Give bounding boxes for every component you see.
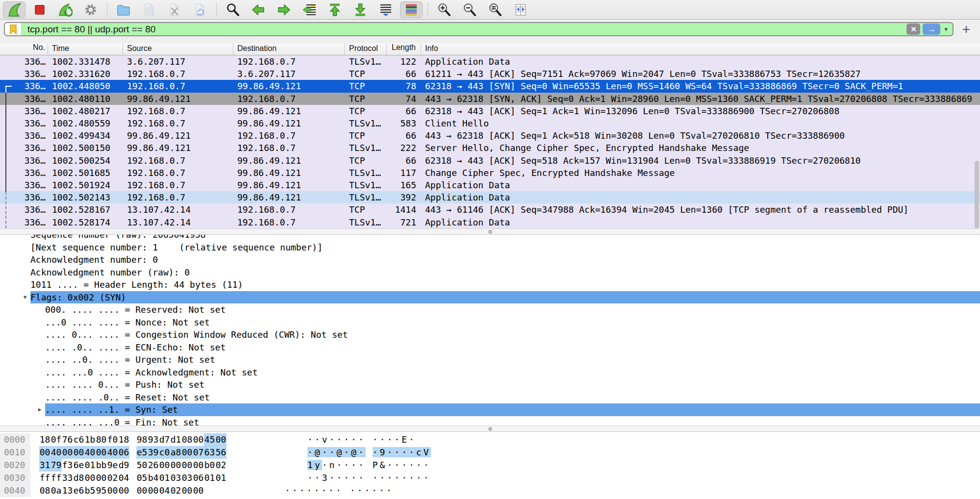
hex-byte[interactable]: 63: [204, 446, 215, 459]
hex-row[interactable]: 00100040000040004006e539c0a800076356·@··…: [0, 446, 980, 459]
hex-byte[interactable]: 18: [118, 433, 129, 446]
hex-byte[interactable]: 00: [148, 484, 159, 497]
hex-byte[interactable]: 00: [215, 433, 226, 446]
expander-down-icon[interactable]: ▼: [20, 291, 30, 304]
hex-byte[interactable]: 00: [136, 484, 148, 497]
zoom-reset-button[interactable]: [484, 1, 506, 18]
filter-add-button[interactable]: +: [956, 22, 976, 36]
hex-byte[interactable]: 00: [84, 472, 96, 484]
colorize-packets-button[interactable]: [400, 1, 423, 18]
packet-row[interactable]: 336…1002.502143192.168.0.799.86.49.121TL…: [0, 191, 980, 203]
hex-byte[interactable]: 76: [62, 433, 73, 446]
column-header-info[interactable]: Info: [421, 43, 980, 55]
hex-byte[interactable]: 40: [107, 446, 118, 459]
zoom-out-button[interactable]: [458, 1, 481, 18]
detail-line[interactable]: Sequence number (raw): 2665041958: [0, 235, 980, 241]
restart-capture-button[interactable]: [54, 1, 76, 18]
zoom-in-button[interactable]: [433, 1, 455, 18]
close-capture-file-button[interactable]: [163, 1, 186, 18]
packet-row[interactable]: 336…1002.501685192.168.0.799.86.49.121TL…: [0, 167, 980, 179]
hex-byte[interactable]: f0: [107, 433, 118, 446]
column-header-length[interactable]: Length: [387, 43, 421, 55]
hex-byte[interactable]: 40: [50, 446, 62, 459]
column-header-protocol[interactable]: Protocol: [345, 43, 387, 55]
packet-row[interactable]: 336…1002.3314783.6.207.117192.168.0.7TLS…: [0, 55, 980, 68]
packet-row[interactable]: 336…1002.50015099.86.49.121192.168.0.7TL…: [0, 142, 980, 154]
hex-byte[interactable]: 01: [159, 472, 170, 484]
hex-byte[interactable]: 00: [181, 484, 193, 497]
hex-byte[interactable]: 26: [148, 459, 159, 472]
hex-byte[interactable]: 08: [39, 484, 50, 497]
find-packet-button[interactable]: [222, 1, 244, 18]
hex-byte[interactable]: f3: [62, 459, 73, 472]
save-capture-file-button[interactable]: 010100110101010: [138, 1, 160, 18]
packet-row[interactable]: 336…1002.52817413.107.42.14192.168.0.7TL…: [0, 216, 980, 228]
hex-byte[interactable]: 00: [181, 459, 193, 472]
hex-byte[interactable]: d7: [159, 433, 170, 446]
hex-byte[interactable]: 06: [193, 472, 204, 484]
hex-byte[interactable]: 79: [50, 459, 62, 472]
hex-byte[interactable]: 95: [96, 484, 107, 497]
hex-byte[interactable]: 6e: [73, 459, 84, 472]
filter-expression-text[interactable]: tcp.port == 80 || udp.port == 80: [22, 24, 906, 35]
hex-byte[interactable]: 05: [136, 472, 148, 484]
hex-byte[interactable]: 93: [148, 433, 159, 446]
packet-row[interactable]: 336…1002.480217192.168.0.799.86.49.121TC…: [0, 105, 980, 117]
hex-byte[interactable]: 50: [136, 459, 148, 472]
go-to-packet-button[interactable]: [298, 1, 321, 18]
auto-scroll-button[interactable]: [375, 1, 397, 18]
hex-byte[interactable]: ff: [39, 472, 50, 484]
hex-byte[interactable]: 04: [118, 472, 129, 484]
hex-byte[interactable]: 31: [39, 459, 50, 472]
hex-byte[interactable]: 80: [96, 433, 107, 446]
detail-line[interactable]: Acknowledgment number: 0: [0, 253, 980, 266]
hex-row[interactable]: 00203179f36e01bb9ed9502600000000b0021y·n…: [0, 459, 980, 472]
hex-byte[interactable]: 56: [215, 446, 226, 459]
hex-byte[interactable]: c0: [159, 446, 170, 459]
hex-byte[interactable]: 00: [96, 446, 107, 459]
hex-row[interactable]: 0040080a13e6b5950000000004020000········…: [0, 484, 980, 497]
packet-row[interactable]: 336…1002.480559192.168.0.799.86.49.121TL…: [0, 117, 980, 129]
packet-row[interactable]: 336…1002.331620192.168.0.73.6.207.117TCP…: [0, 68, 980, 80]
hex-byte[interactable]: e5: [136, 446, 148, 459]
hex-byte[interactable]: c6: [73, 433, 84, 446]
detail-line[interactable]: Acknowledgment number (raw): 0: [0, 266, 980, 279]
column-header-source[interactable]: Source: [123, 43, 233, 55]
go-back-button[interactable]: [247, 1, 270, 18]
hex-byte[interactable]: a8: [170, 446, 181, 459]
hex-byte[interactable]: d9: [118, 459, 129, 472]
hex-byte[interactable]: 01: [215, 472, 226, 484]
hex-byte[interactable]: 04: [159, 484, 170, 497]
hex-byte[interactable]: b0: [204, 459, 215, 472]
start-capture-button[interactable]: [3, 1, 25, 18]
hex-byte[interactable]: 07: [193, 446, 204, 459]
hex-byte[interactable]: 00: [181, 446, 193, 459]
packet-row[interactable]: 336…1002.52816713.107.42.14192.168.0.7TC…: [0, 203, 980, 216]
hex-byte[interactable]: 00: [118, 484, 129, 497]
detail-line[interactable]: [Next sequence number: 1 (relative seque…: [0, 241, 980, 254]
hex-byte[interactable]: 39: [148, 446, 159, 459]
column-header-destination[interactable]: Destination: [233, 43, 345, 55]
packet-row[interactable]: 336…1002.448050192.168.0.799.86.49.121TC…: [0, 80, 980, 92]
hex-row[interactable]: 0000180f76c61b80f0189893d7d108004500··v·…: [0, 433, 980, 446]
detail-line[interactable]: ▶.... .... ..1. = Syn: Set: [0, 403, 980, 416]
hex-byte[interactable]: 02: [215, 459, 226, 472]
detail-line[interactable]: .... ...0 .... = Acknowledgment: Not set: [0, 366, 980, 379]
hex-byte[interactable]: 45: [204, 433, 215, 446]
hex-byte[interactable]: e6: [73, 484, 84, 497]
detail-line[interactable]: ...0 .... .... = Nonce: Not set: [0, 316, 980, 329]
hex-byte[interactable]: 98: [136, 433, 148, 446]
packet-row[interactable]: 336…1002.500254192.168.0.799.86.49.121TC…: [0, 154, 980, 167]
pane-splitter-bottom[interactable]: [0, 425, 980, 432]
hex-byte[interactable]: 0f: [50, 433, 62, 446]
hex-byte[interactable]: 00: [193, 433, 204, 446]
hex-byte[interactable]: 01: [204, 472, 215, 484]
hex-byte[interactable]: 08: [181, 433, 193, 446]
filter-apply-button[interactable]: →: [923, 24, 940, 35]
open-capture-file-button[interactable]: [112, 1, 135, 18]
hex-byte[interactable]: 01: [84, 459, 96, 472]
go-to-top-button[interactable]: [324, 1, 346, 18]
hex-byte[interactable]: 18: [39, 433, 50, 446]
hex-byte[interactable]: 03: [181, 472, 193, 484]
hex-byte[interactable]: 00: [159, 459, 170, 472]
